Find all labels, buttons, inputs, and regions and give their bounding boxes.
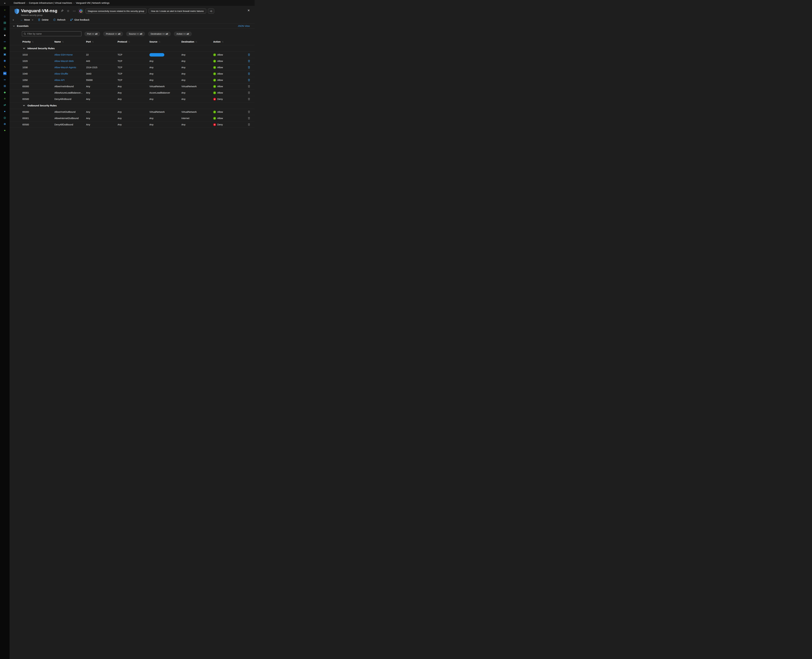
rule-destination: Any (181, 123, 213, 126)
cost-management-icon[interactable]: ≡ (0, 96, 9, 102)
rule-name-link[interactable]: Allow-Wazuh-Agents (54, 66, 86, 69)
section-header[interactable]: Outbound Security Rules (9, 102, 255, 109)
rule-name-link[interactable]: Allow-SSH-Home (54, 54, 86, 56)
rule-destination: Any (181, 91, 213, 94)
delete-rule-button[interactable] (247, 59, 251, 63)
delete-rule-button[interactable] (247, 53, 251, 57)
section-header[interactable]: Inbound Security Rules (9, 45, 255, 52)
key-vault-icon[interactable]: ◆ (0, 89, 9, 96)
column-label: Name (54, 41, 61, 43)
feedback-label: Give feedback (74, 19, 90, 21)
favorite-star-icon[interactable]: ☆ (67, 9, 69, 13)
action-status-icon: ✓ (213, 91, 216, 94)
column-header-port[interactable]: Port ↑↓ (86, 41, 118, 43)
move-button[interactable]: → Move (20, 18, 33, 21)
app-services-icon[interactable]: ▦ (0, 45, 9, 51)
table-row: 65001 AllowAzureLoadBalancer... Any Any … (9, 90, 255, 96)
defender-icon[interactable]: ● (0, 127, 9, 134)
filter-pill-button[interactable]: Port ==all (84, 32, 100, 36)
filter-field-label: Action == (176, 33, 186, 35)
copilot-icon[interactable] (78, 8, 83, 14)
column-header-destination[interactable]: Destination ↑↓ (181, 41, 213, 43)
delete-rule-button[interactable] (247, 116, 251, 120)
azure-devops-icon[interactable]: ∞ (0, 77, 9, 83)
move-label: Move (24, 19, 30, 21)
delete-rule-button[interactable] (247, 78, 251, 82)
column-header-protocol[interactable]: Protocol ↑↓ (118, 41, 149, 43)
action-status-icon: × (213, 98, 216, 101)
close-icon[interactable]: × (247, 8, 250, 13)
rule-name-link[interactable]: Allow-Shuffle (54, 73, 86, 75)
rule-name: AllowAzureLoadBalancer... (54, 91, 86, 94)
rule-destination: Any (181, 73, 213, 75)
essentials-chevron-icon[interactable] (13, 25, 15, 27)
storage-accounts-icon[interactable]: ● (0, 108, 9, 115)
create-resource-icon[interactable]: + (0, 7, 9, 13)
breadcrumb-item[interactable]: Dashboard (14, 2, 25, 4)
column-header-priority[interactable]: Priority ↑↓ (22, 41, 54, 43)
action-label: Allow (217, 73, 223, 75)
dashboard-icon[interactable]: ▤ (0, 19, 9, 26)
action-status-icon: ✓ (213, 85, 216, 88)
public-ip-icon[interactable]: ⊕ (0, 121, 9, 127)
rule-priority: 1030 (22, 66, 54, 69)
rule-port: Any (86, 98, 118, 100)
app-insights-icon[interactable]: ◎ (0, 115, 9, 121)
delete-button[interactable]: Delete (38, 19, 49, 21)
table-row: 65000 AllowVnetInBound Any Any VirtualNe… (9, 84, 255, 90)
refresh-button[interactable]: Refresh (53, 19, 65, 21)
delete-rule-button[interactable] (247, 72, 251, 76)
column-header-name[interactable]: Name ↑↓ (54, 41, 86, 43)
delete-rule-button[interactable] (247, 65, 251, 69)
search-icon (24, 33, 26, 35)
virtual-networks-icon[interactable]: ⇄ (0, 102, 9, 108)
pin-icon[interactable] (61, 9, 63, 13)
filter-pill-button[interactable]: Action ==all (174, 32, 192, 36)
nsg-blade: Vanguard-VM-nsg Network security group ☆… (9, 6, 255, 134)
copilot-suggestion-button[interactable]: Diagnose connectivity issues related to … (85, 8, 146, 14)
blade-menu-expand-icon[interactable]: » (13, 19, 14, 21)
column-header-action[interactable]: Action ↑↓ (213, 41, 246, 43)
cosmos-db-icon[interactable]: ◉ (0, 57, 9, 64)
json-view-link[interactable]: JSON View (238, 25, 250, 27)
rule-priority: 1010 (22, 54, 54, 56)
more-suggestions-button[interactable]: +1 (208, 8, 214, 14)
breadcrumb: Dashboard›Compute infrastructure | Virtu… (14, 2, 109, 4)
rule-name-link[interactable]: Allow-Wazuh-Web (54, 60, 86, 62)
filter-pill-button[interactable]: Protocol ==all (103, 32, 123, 36)
action-status-icon: × (213, 123, 216, 126)
function-app-icon[interactable]: ϟ (0, 64, 9, 70)
delete-rule-button[interactable] (247, 91, 251, 95)
favorites-icon[interactable]: ★ (0, 32, 9, 38)
home-icon[interactable]: ⌂ (0, 13, 9, 19)
container-instances-icon[interactable]: ▣ (0, 51, 9, 57)
rule-priority: 65001 (22, 117, 54, 120)
filter-name-input[interactable] (27, 33, 80, 35)
filter-pill-button[interactable]: Source ==all (126, 32, 145, 36)
delete-rule-button[interactable] (247, 110, 251, 114)
rule-destination: Any (181, 60, 213, 62)
rule-port: Any (86, 85, 118, 88)
rule-protocol: Any (118, 110, 149, 113)
rule-name-link[interactable]: Allow-API (54, 79, 86, 81)
give-feedback-button[interactable]: Give feedback (70, 19, 90, 21)
sql-databases-icon[interactable]: SQL (0, 70, 9, 77)
more-options-icon[interactable]: ⋯ (73, 9, 76, 13)
all-services-icon[interactable]: ☰ (0, 26, 9, 32)
rule-destination: Any (181, 66, 213, 69)
copilot-suggestion-button[interactable]: How do I create an alert to track firewa… (149, 8, 206, 14)
rule-destination: VirtualNetwork (181, 85, 213, 88)
rule-action: × Deny (213, 98, 246, 101)
breadcrumb-item[interactable]: Vanguard-VM | Network settings (76, 2, 109, 4)
virtual-machines-icon[interactable]: </> (0, 38, 9, 45)
rule-destination: Any (181, 98, 213, 100)
rule-source: Any (149, 98, 181, 100)
breadcrumb-item[interactable]: Compute infrastructure | Virtual machine… (29, 2, 72, 4)
delete-rule-button[interactable] (247, 123, 251, 127)
monitor-icon[interactable]: ⊞ (0, 83, 9, 89)
delete-rule-button[interactable] (247, 97, 251, 101)
topbar-expand-icon[interactable]: » (0, 2, 9, 5)
delete-rule-button[interactable] (247, 84, 251, 88)
filter-pill-button[interactable]: Destination ==all (148, 32, 171, 36)
column-header-source[interactable]: Source ↑↓ (149, 41, 181, 43)
